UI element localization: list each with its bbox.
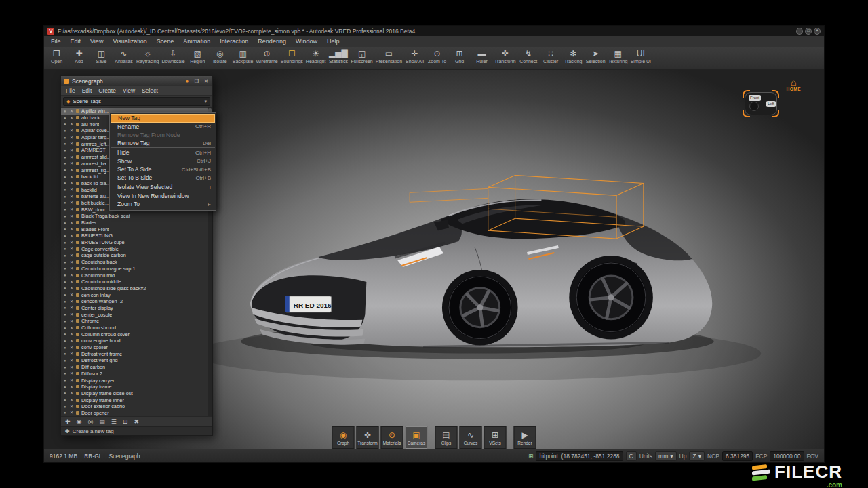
scenegraph-node-row[interactable]: ● ✕ Black Traga back seat (61, 213, 212, 220)
node-exclude-icon[interactable]: ✕ (70, 385, 74, 389)
chevron-down-icon[interactable]: ▾ (204, 99, 207, 104)
node-switch-icon[interactable]: ● (64, 405, 68, 409)
menubar-item[interactable]: Animation (178, 37, 215, 46)
scenegraph-node-row[interactable]: ● ✕ Caoutchou back (61, 259, 212, 266)
scenegraph-menu-item[interactable]: File (62, 87, 79, 94)
node-exclude-icon[interactable]: ✕ (70, 161, 74, 165)
node-exclude-icon[interactable]: ✕ (70, 319, 74, 323)
scenegraph-node-row[interactable]: ● ✕ Display carryer (61, 377, 212, 384)
context-menu-item[interactable]: Remove Tag From Node (111, 131, 215, 140)
node-exclude-icon[interactable]: ✕ (70, 234, 74, 238)
node-exclude-icon[interactable]: ✕ (70, 378, 74, 382)
scenegraph-node-row[interactable]: ● ✕ Center display (61, 305, 212, 312)
node-exclude-icon[interactable]: ✕ (70, 398, 74, 402)
toolbar-button[interactable]: ✻ Tracking (562, 48, 585, 64)
dock-module-button[interactable]: ◉ Graph (332, 426, 355, 449)
node-switch-icon[interactable]: ● (64, 378, 68, 382)
node-exclude-icon[interactable]: ✕ (70, 129, 74, 133)
node-switch-icon[interactable]: ● (64, 352, 68, 356)
node-switch-icon[interactable]: ● (64, 300, 68, 304)
ncp-value-field[interactable]: 6.381295 (722, 451, 753, 461)
toolbar-button[interactable]: ▂▅▇ Statistics (327, 48, 349, 64)
node-exclude-icon[interactable]: ✕ (70, 247, 74, 251)
node-switch-icon[interactable]: ● (64, 398, 68, 402)
scenegraph-node-row[interactable]: ● ✕ Defrost vent grid (61, 357, 212, 364)
node-exclude-icon[interactable]: ✕ (70, 352, 74, 356)
node-switch-icon[interactable]: ● (64, 181, 68, 185)
scenegraph-node-row[interactable]: ● ✕ Caoutchou side glass back#2 (61, 285, 212, 292)
node-exclude-icon[interactable]: ✕ (70, 391, 74, 395)
scenegraph-node-row[interactable]: ● ✕ Display frame (61, 384, 212, 390)
node-exclude-icon[interactable]: ✕ (70, 260, 74, 264)
scenegraph-node-row[interactable]: ● ✕ Cage convertible (61, 245, 212, 252)
scenegraph-node-row[interactable]: ● ✕ Caoutchou mid (61, 272, 212, 279)
context-menu-item[interactable]: Show Ctrl+J (111, 157, 215, 166)
node-exclude-icon[interactable]: ✕ (70, 241, 74, 245)
scenegraph-node-row[interactable]: ● ✕ Caoutchou middle (61, 279, 212, 285)
dock-module-button[interactable]: ⊚ Materials (381, 426, 403, 449)
node-switch-icon[interactable]: ● (64, 273, 68, 277)
node-exclude-icon[interactable]: ✕ (70, 365, 74, 369)
scenegraph-node-row[interactable]: ● ✕ center_cosole (61, 311, 212, 318)
context-menu-item[interactable]: Hide Ctrl+H (111, 148, 215, 157)
node-exclude-icon[interactable]: ✕ (70, 306, 74, 310)
node-exclude-icon[interactable]: ✕ (70, 286, 74, 290)
toolbar-button[interactable]: ▭ Presentation (374, 48, 403, 64)
node-switch-icon[interactable]: ● (64, 346, 68, 350)
node-exclude-icon[interactable]: ✕ (70, 142, 74, 146)
toolbar-button[interactable]: ⊕ Wireframe (254, 48, 279, 64)
node-switch-icon[interactable]: ● (64, 188, 68, 192)
scenegraph-node-row[interactable]: ● ✕ Diffusor 2 (61, 371, 212, 378)
dock-module-button[interactable]: ▶ Render (514, 426, 536, 449)
node-switch-icon[interactable]: ● (64, 326, 68, 330)
node-exclude-icon[interactable]: ✕ (70, 326, 74, 330)
tag-toolbar-icon[interactable]: ⊞ (123, 418, 128, 425)
toolbar-button[interactable]: ◫ Save (90, 48, 113, 64)
node-switch-icon[interactable]: ● (64, 227, 68, 231)
node-exclude-icon[interactable]: ✕ (70, 253, 74, 258)
node-exclude-icon[interactable]: ✕ (70, 188, 74, 192)
node-switch-icon[interactable]: ● (64, 385, 68, 389)
toolbar-button[interactable]: ▬ Ruler (471, 48, 493, 64)
toolbar-button[interactable]: ∿ Antialias (113, 48, 135, 64)
scenegraph-node-row[interactable]: ● ✕ Display frame inner (61, 396, 212, 403)
context-menu-item[interactable]: Set To A Side Ctrl+Shift+B (111, 165, 215, 174)
scenegraph-node-row[interactable]: ● ✕ conv spoiler (61, 344, 212, 351)
node-switch-icon[interactable]: ● (64, 365, 68, 369)
node-switch-icon[interactable]: ● (64, 155, 68, 159)
node-switch-icon[interactable]: ● (64, 116, 68, 120)
node-exclude-icon[interactable]: ✕ (70, 332, 74, 336)
node-switch-icon[interactable]: ● (64, 122, 68, 126)
toolbar-button[interactable]: ⊞ Grid (448, 48, 471, 64)
node-exclude-icon[interactable]: ✕ (70, 214, 74, 218)
toolbar-button[interactable]: ◎ Isolate (209, 48, 231, 64)
node-switch-icon[interactable]: ● (64, 411, 68, 415)
snap-icon[interactable]: ⊞ (528, 453, 534, 460)
node-switch-icon[interactable]: ● (64, 280, 68, 284)
scenegraph-node-row[interactable]: ● ✕ cen con inlay (61, 291, 212, 298)
node-switch-icon[interactable]: ● (64, 319, 68, 323)
node-switch-icon[interactable]: ● (64, 168, 68, 172)
scenegraph-menu-item[interactable]: Select (138, 87, 161, 94)
node-switch-icon[interactable]: ● (64, 359, 68, 363)
node-exclude-icon[interactable]: ✕ (70, 122, 74, 126)
node-switch-icon[interactable]: ● (64, 195, 68, 199)
context-menu-item[interactable]: Rename Ctrl+R (111, 123, 215, 131)
node-exclude-icon[interactable]: ✕ (70, 300, 74, 304)
node-switch-icon[interactable]: ● (64, 391, 68, 395)
node-switch-icon[interactable]: ● (64, 266, 68, 270)
menubar-item[interactable]: View (85, 37, 108, 46)
create-tag-row[interactable]: ✚ Create a new tag (61, 426, 212, 435)
toolbar-button[interactable]: ☐ Boundings (279, 48, 304, 64)
toolbar-button[interactable]: ✜ Transform (493, 48, 517, 64)
scenegraph-menu-item[interactable]: Create (95, 87, 119, 94)
tag-toolbar-icon[interactable]: ✖ (134, 418, 139, 425)
toolbar-button[interactable]: ↯ Connect (517, 48, 540, 64)
scene-tags-dropdown[interactable]: ◆ Scene Tags ▾ (63, 97, 210, 106)
navcube-orbit-icon[interactable] (749, 102, 759, 111)
node-switch-icon[interactable]: ● (64, 175, 68, 179)
minimize-button[interactable]: – (796, 28, 803, 35)
node-exclude-icon[interactable]: ✕ (70, 181, 74, 185)
toolbar-button[interactable]: ⊙ Zoom To (426, 48, 448, 64)
context-menu-item[interactable]: Zoom To F (111, 200, 215, 209)
